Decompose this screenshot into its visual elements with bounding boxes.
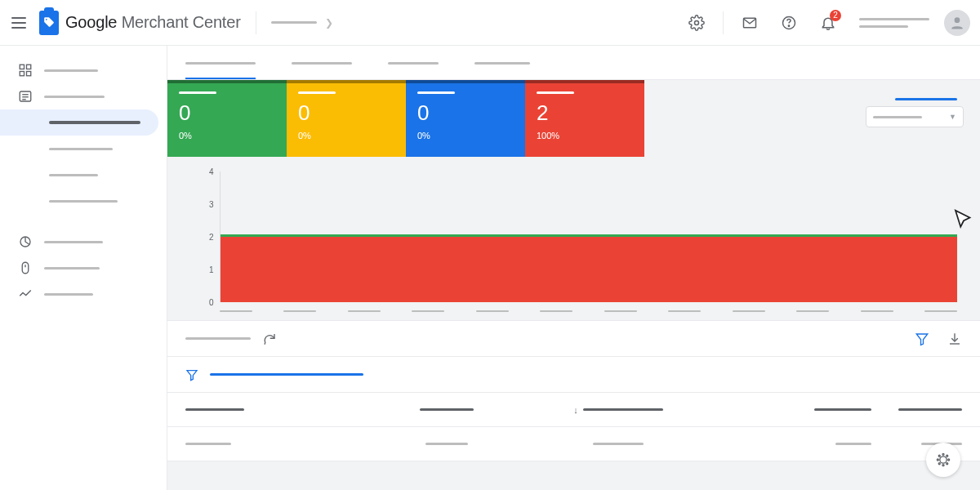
- status-card-pending[interactable]: 0 0%: [287, 80, 406, 157]
- mouse-icon: [18, 261, 33, 275]
- tab-3[interactable]: [388, 53, 439, 79]
- tab-2[interactable]: [292, 53, 352, 79]
- sort-desc-icon[interactable]: ↓: [573, 405, 578, 415]
- dashboard-icon: [18, 63, 33, 78]
- svg-rect-14: [22, 262, 29, 274]
- area-disapproved: [220, 237, 957, 302]
- destination-dropdown[interactable]: ▼: [866, 106, 964, 127]
- main-content: 0 0% 0 0% 0 0% 2: [167, 46, 980, 490]
- card-value: 2: [537, 100, 633, 126]
- download-button[interactable]: [947, 332, 962, 346]
- sidebar: [0, 46, 167, 490]
- table-header: ↓: [167, 393, 980, 427]
- card-percent: 0%: [417, 131, 514, 140]
- status-card-disapproved[interactable]: 2 100%: [525, 80, 644, 157]
- settings-button[interactable]: [680, 7, 713, 39]
- svg-rect-6: [27, 65, 31, 69]
- chevron-right-icon: ❯: [325, 17, 333, 29]
- tab-1[interactable]: [185, 53, 256, 79]
- card-value: 0: [417, 100, 514, 126]
- svg-point-21: [937, 459, 938, 461]
- card-value: 0: [298, 100, 394, 126]
- status-card-expiring[interactable]: 0 0%: [406, 80, 525, 157]
- sidebar-item-sub-3[interactable]: [0, 162, 158, 188]
- menu-button[interactable]: [10, 13, 29, 33]
- pie-icon: [18, 234, 33, 249]
- trend-chart: 4 3 2 1 0: [167, 157, 980, 320]
- svg-rect-8: [27, 72, 31, 76]
- separator: [723, 11, 724, 34]
- panel-title: [185, 337, 251, 340]
- account-switcher[interactable]: [859, 18, 929, 28]
- line-active: [220, 234, 957, 237]
- svg-point-24: [947, 455, 948, 457]
- issues-panel: ↓: [167, 320, 980, 461]
- filter-icon[interactable]: [185, 368, 198, 381]
- sidebar-item-sub-2[interactable]: [0, 136, 158, 162]
- svg-point-0: [695, 20, 699, 24]
- table-row[interactable]: [167, 427, 980, 461]
- sidebar-item-growth[interactable]: [0, 281, 158, 307]
- svg-marker-16: [916, 334, 928, 345]
- card-percent: 100%: [537, 131, 633, 140]
- status-card-row: 0 0% 0 0% 0 0% 2: [167, 80, 980, 157]
- filter-button[interactable]: [915, 332, 929, 346]
- status-card-active[interactable]: 0 0%: [167, 80, 287, 157]
- svg-point-3: [788, 25, 789, 26]
- sidebar-item-diagnostics[interactable]: [0, 109, 158, 136]
- app-title: Google Merchant Center: [65, 13, 241, 32]
- breadcrumb[interactable]: ❯: [271, 17, 333, 29]
- separator: [256, 11, 256, 34]
- svg-marker-17: [187, 370, 197, 380]
- app-logo[interactable]: Google Merchant Center: [39, 11, 241, 35]
- notifications-button[interactable]: 2: [812, 7, 844, 39]
- svg-point-18: [940, 457, 947, 463]
- svg-rect-7: [20, 72, 24, 76]
- card-percent: 0%: [298, 131, 394, 140]
- inbox-button[interactable]: [733, 7, 766, 39]
- svg-point-25: [938, 463, 940, 465]
- list-icon: [18, 89, 33, 104]
- action-link[interactable]: [895, 98, 957, 100]
- trend-icon: [18, 287, 33, 301]
- active-filter-chip[interactable]: [210, 373, 363, 376]
- sidebar-item-overview[interactable]: [0, 57, 158, 83]
- svg-point-20: [942, 465, 944, 466]
- feedback-button[interactable]: [926, 443, 960, 477]
- sidebar-item-sub-4[interactable]: [0, 188, 158, 214]
- refresh-button[interactable]: [262, 332, 277, 346]
- svg-point-4: [955, 17, 960, 23]
- help-button[interactable]: [773, 7, 805, 39]
- tab-bar: [167, 46, 980, 80]
- svg-point-26: [947, 463, 948, 465]
- notification-badge: 2: [830, 10, 841, 21]
- card-value: 0: [179, 100, 275, 126]
- sidebar-item-performance[interactable]: [0, 229, 158, 255]
- chevron-down-icon: ▼: [949, 113, 956, 121]
- sidebar-item-marketing[interactable]: [0, 255, 158, 281]
- svg-rect-5: [20, 65, 24, 69]
- tab-4[interactable]: [474, 53, 530, 79]
- app-header: Google Merchant Center ❯ 2: [0, 0, 980, 46]
- sidebar-item-products[interactable]: [0, 83, 158, 109]
- x-axis: [220, 310, 957, 312]
- avatar[interactable]: [944, 10, 970, 36]
- svg-point-22: [948, 459, 950, 461]
- tag-icon: [39, 11, 59, 35]
- svg-point-19: [942, 453, 944, 455]
- card-percent: 0%: [179, 131, 275, 140]
- svg-point-23: [938, 455, 940, 457]
